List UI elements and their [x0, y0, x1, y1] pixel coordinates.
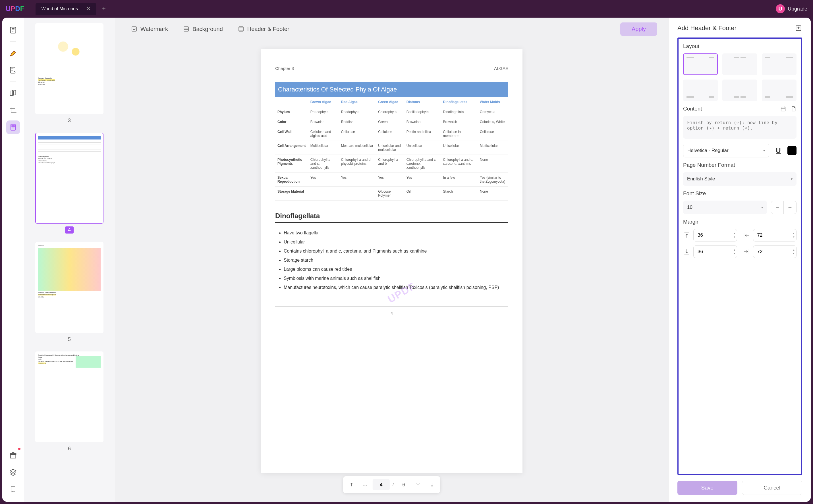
user-avatar-icon: U [776, 4, 785, 13]
page-number-format-label: Page Number Format [683, 162, 797, 168]
thumbnail-page[interactable]: Dinoflagellata• Have two flagella• Unice… [35, 133, 103, 224]
layout-option-2[interactable] [722, 53, 757, 75]
watermark-tool[interactable]: Watermark [126, 23, 172, 35]
svg-rect-12 [239, 30, 243, 31]
thumbnail-item[interactable]: Protein Diseases Of Human Inheritance An… [30, 351, 109, 452]
left-toolbar [2, 18, 24, 502]
layout-option-3[interactable] [762, 53, 797, 75]
document-toolbar: Watermark Background Header & Footer App… [115, 18, 669, 40]
thumbnail-item[interactable]: Dinoflagellata• Have two flagella• Unice… [30, 133, 109, 234]
upgrade-label: Upgrade [788, 6, 807, 12]
reader-tool[interactable] [6, 23, 20, 37]
apply-button[interactable]: Apply [620, 22, 657, 36]
margin-top-icon [683, 232, 691, 239]
layout-option-6[interactable] [762, 80, 797, 101]
svg-rect-5 [12, 126, 14, 127]
margin-bottom-input[interactable]: ▴▾ [693, 245, 737, 258]
page-topic: ALGAE [494, 66, 508, 71]
thumbnail-number: 5 [65, 336, 74, 343]
header-footer-tool[interactable]: Header & Footer [233, 23, 294, 35]
app-logo: UPDF [6, 5, 24, 13]
underline-button[interactable]: U [772, 144, 785, 157]
layout-option-1[interactable] [683, 53, 718, 75]
page-number-input[interactable] [373, 479, 390, 490]
prev-page-button[interactable]: ︿ [359, 478, 371, 491]
panel-title: Add Header & Footer [677, 24, 737, 32]
font-size-select[interactable]: 10▾ [683, 201, 767, 214]
svg-rect-11 [239, 27, 243, 28]
layout-label: Layout [683, 43, 797, 49]
document-page: Chapter 3 ALGAE Characteristics Of Selec… [261, 49, 523, 473]
thumbnail-number: 3 [65, 117, 74, 124]
margin-label: Margin [683, 219, 797, 225]
margin-right-icon [743, 248, 750, 255]
export-icon[interactable] [795, 24, 802, 32]
document-scroll[interactable]: Chapter 3 ALGAE Characteristics Of Selec… [115, 40, 669, 502]
thumbnail-page[interactable]: Viruses Viruses And Diseasesinfluenza me… [35, 242, 103, 333]
thumbnail-number: 6 [65, 445, 74, 452]
header-footer-panel: Add Header & Footer Layout Content [669, 18, 811, 502]
font-select[interactable]: Helvetica - Regular▾ [683, 144, 769, 157]
total-pages: 6 [396, 482, 411, 488]
document-area: Watermark Background Header & Footer App… [115, 18, 669, 502]
page-footer-number: 4 [275, 306, 508, 316]
algae-table: Characteristics Of Selected Phyla Of Alg… [275, 82, 508, 201]
page-icon[interactable] [790, 106, 797, 112]
content-label: Content [683, 106, 702, 112]
edit-tool[interactable] [6, 63, 20, 77]
layers-tool[interactable] [6, 465, 20, 479]
font-size-label: Font Size [683, 190, 797, 197]
layout-option-4[interactable] [683, 80, 718, 101]
thumbnail-item[interactable]: Viruses Viruses And Diseasesinfluenza me… [30, 242, 109, 343]
margin-left-input[interactable]: ▴▾ [753, 229, 797, 241]
tab-close-icon[interactable]: ✕ [86, 6, 91, 12]
gift-tool[interactable] [6, 448, 20, 462]
bullet-list: Have two flagellaUnicellularContains chl… [281, 228, 508, 292]
next-page-button[interactable]: ﹀ [412, 478, 425, 491]
margin-right-input[interactable]: ▴▾ [753, 245, 797, 258]
svg-rect-9 [184, 27, 188, 31]
content-textarea[interactable] [683, 116, 797, 139]
titlebar: UPDF World of Microbes ✕ + U Upgrade [0, 0, 813, 18]
margin-top-input[interactable]: ▴▾ [693, 229, 737, 241]
font-size-decrease[interactable]: − [771, 201, 784, 214]
cancel-button[interactable]: Cancel [742, 481, 802, 495]
crop-tool[interactable] [6, 103, 20, 117]
layout-option-5[interactable] [722, 80, 757, 101]
svg-rect-14 [781, 107, 785, 111]
date-icon[interactable] [780, 106, 786, 112]
last-page-button[interactable]: ⤓ [426, 478, 438, 491]
bookmark-tool[interactable] [6, 482, 20, 496]
page-chapter: Chapter 3 [275, 66, 294, 71]
page-navigator: ⤒ ︿ / 6 ﹀ ⤓ [343, 476, 440, 493]
thumbnail-panel: Fungus Examplemushroom yeast moldLichens… [24, 18, 115, 502]
table-title: Characteristics Of Selected Phyla Of Alg… [275, 82, 508, 97]
layout-options [683, 53, 797, 101]
comment-tool[interactable] [6, 46, 20, 60]
save-button[interactable]: Save [677, 481, 737, 495]
page-number-format-select[interactable]: English Style▾ [683, 172, 797, 186]
svg-rect-0 [11, 27, 16, 33]
section-title: Dinoflagellata [275, 212, 508, 223]
background-tool[interactable]: Background [178, 23, 227, 35]
document-tab[interactable]: World of Microbes ✕ [36, 3, 96, 15]
thumbnail-number: 4 [65, 226, 74, 234]
first-page-button[interactable]: ⤒ [345, 478, 358, 491]
thumbnail-page[interactable]: Protein Diseases Of Human Inheritance An… [35, 351, 103, 442]
font-color-swatch[interactable] [787, 146, 797, 155]
tab-title: World of Microbes [41, 6, 78, 11]
margin-left-icon [743, 232, 750, 239]
upgrade-button[interactable]: U Upgrade [776, 4, 807, 13]
thumbnail-item[interactable]: Fungus Examplemushroom yeast moldLichens… [30, 23, 109, 124]
svg-rect-4 [11, 124, 15, 130]
new-tab-button[interactable]: + [102, 5, 106, 13]
thumbnail-page[interactable]: Fungus Examplemushroom yeast moldLichens… [35, 23, 103, 114]
font-size-increase[interactable]: + [784, 201, 796, 214]
margin-bottom-icon [683, 248, 691, 255]
organize-tool[interactable] [6, 86, 20, 100]
svg-rect-1 [11, 67, 15, 73]
page-tools-tool[interactable] [6, 120, 20, 134]
